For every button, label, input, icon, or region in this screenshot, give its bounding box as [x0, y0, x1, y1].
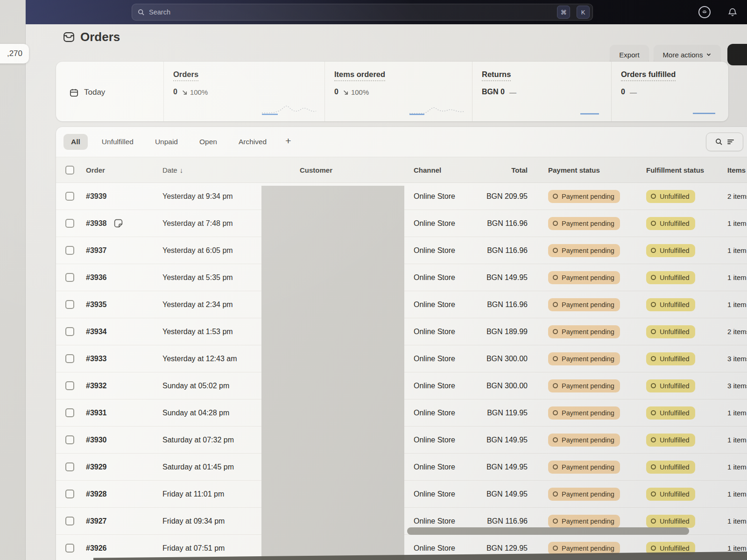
- row-checkbox[interactable]: [65, 354, 74, 363]
- order-number[interactable]: #3938: [86, 219, 107, 228]
- metric-delta: 100%: [190, 88, 208, 96]
- status-circle-icon: [553, 383, 558, 388]
- row-checkbox[interactable]: [65, 192, 74, 201]
- status-circle-icon: [651, 302, 656, 307]
- row-checkbox[interactable]: [65, 273, 74, 282]
- items-sparkline: [409, 97, 465, 117]
- order-date: Sunday at 04:28 pm: [162, 409, 229, 417]
- payment-status-badge: Payment pending: [548, 244, 620, 257]
- store-avatar[interactable]: [698, 6, 711, 18]
- order-total: BGN 300.00: [486, 355, 528, 363]
- order-items-count: 1 item: [727, 273, 747, 281]
- payment-status-badge: Payment pending: [548, 325, 620, 338]
- fulfillment-status-badge: Unfulfilled: [646, 298, 695, 311]
- metric-delta: —: [509, 88, 516, 96]
- order-channel: Online Store: [414, 246, 455, 254]
- order-items-count: 3 items: [727, 382, 747, 390]
- order-number[interactable]: #3936: [86, 273, 107, 282]
- row-checkbox[interactable]: [65, 219, 74, 228]
- metric-items-ordered[interactable]: Items ordered 0 100%: [324, 62, 472, 121]
- trend-down-icon: [182, 89, 188, 95]
- chevron-down-icon: [706, 52, 712, 57]
- order-number[interactable]: #3926: [86, 544, 107, 553]
- order-number[interactable]: #3935: [86, 301, 107, 309]
- status-circle-icon: [553, 546, 558, 551]
- status-circle-icon: [553, 248, 558, 253]
- column-fulfillment-status[interactable]: Fulfillment status: [640, 166, 719, 174]
- order-number[interactable]: #3927: [86, 517, 107, 525]
- tab-all[interactable]: All: [63, 134, 88, 150]
- row-checkbox[interactable]: [65, 300, 74, 309]
- column-order[interactable]: Order: [82, 166, 159, 174]
- fulfillment-status-label: Unfulfilled: [660, 355, 690, 363]
- global-search-input[interactable]: Search ⌘ K: [132, 4, 593, 21]
- column-date[interactable]: Date ↓: [159, 166, 280, 174]
- metric-delta: 100%: [351, 88, 369, 96]
- order-number[interactable]: #3932: [86, 382, 107, 390]
- column-payment-status[interactable]: Payment status: [531, 166, 640, 174]
- status-circle-icon: [553, 194, 558, 199]
- fulfillment-status-label: Unfulfilled: [660, 193, 690, 200]
- row-checkbox[interactable]: [65, 435, 74, 444]
- horizontal-scrollbar[interactable]: [407, 527, 689, 535]
- row-checkbox[interactable]: [65, 246, 74, 255]
- order-number[interactable]: #3929: [86, 463, 107, 471]
- search-icon: [715, 138, 723, 146]
- payment-status-badge: Payment pending: [548, 298, 620, 311]
- payment-status-label: Payment pending: [562, 355, 614, 363]
- row-checkbox[interactable]: [65, 381, 74, 390]
- order-total: BGN 209.95: [486, 192, 528, 200]
- order-number[interactable]: #3937: [86, 246, 107, 255]
- search-and-filter-button[interactable]: [706, 133, 743, 151]
- status-circle-icon: [553, 518, 558, 524]
- order-date: Saturday at 01:45 pm: [162, 463, 234, 471]
- tab-archived[interactable]: Archived: [231, 134, 274, 150]
- row-checkbox[interactable]: [65, 544, 74, 553]
- tab-open[interactable]: Open: [192, 134, 225, 150]
- fulfillment-status-badge: Unfulfilled: [646, 325, 695, 338]
- order-total: BGN 300.00: [486, 382, 528, 390]
- order-number[interactable]: #3934: [86, 328, 107, 336]
- order-number[interactable]: #3933: [86, 355, 107, 363]
- metric-orders-fulfilled[interactable]: Orders fulfilled 0 —: [611, 62, 728, 121]
- row-checkbox[interactable]: [65, 462, 74, 471]
- order-number[interactable]: #3931: [86, 409, 107, 417]
- order-number[interactable]: #3939: [86, 192, 107, 201]
- column-total[interactable]: Total: [472, 166, 531, 174]
- order-channel: Online Store: [414, 544, 455, 552]
- fulfillment-status-badge: Unfulfilled: [646, 217, 695, 230]
- date-range-selector[interactable]: Today: [56, 62, 163, 121]
- tab-unfulfilled[interactable]: Unfulfilled: [94, 134, 141, 150]
- column-items[interactable]: Items: [719, 166, 747, 174]
- row-checkbox[interactable]: [65, 408, 74, 417]
- select-all-checkbox[interactable]: [65, 166, 74, 175]
- orders-icon: [63, 31, 75, 43]
- order-total: BGN 149.95: [486, 490, 528, 498]
- metric-orders[interactable]: Orders 0 100%: [163, 62, 324, 121]
- background-window-badge: ,270: [0, 44, 29, 63]
- order-items-count: 1 item: [727, 301, 747, 308]
- fulfillment-status-label: Unfulfilled: [660, 247, 690, 254]
- order-channel: Online Store: [414, 328, 455, 336]
- order-number[interactable]: #3928: [86, 490, 107, 498]
- column-channel[interactable]: Channel: [405, 166, 472, 174]
- order-channel: Online Store: [414, 355, 455, 363]
- add-view-button[interactable]: +: [281, 134, 296, 149]
- create-order-button-clipped[interactable]: [727, 44, 747, 65]
- order-items-count: 1 item: [727, 463, 747, 471]
- order-date: Yesterday at 7:48 pm: [162, 219, 233, 228]
- fulfillment-status-badge: Unfulfilled: [646, 190, 695, 203]
- notifications-bell-icon[interactable]: [727, 7, 738, 17]
- order-date: Friday at 09:34 pm: [162, 517, 225, 525]
- metric-delta: —: [630, 88, 637, 96]
- order-number[interactable]: #3930: [86, 436, 107, 444]
- row-checkbox[interactable]: [65, 517, 74, 525]
- row-checkbox[interactable]: [65, 490, 74, 498]
- fulfillment-status-label: Unfulfilled: [660, 436, 690, 444]
- metric-returns[interactable]: Returns BGN 0 —: [472, 62, 611, 121]
- tab-unpaid[interactable]: Unpaid: [148, 134, 185, 150]
- status-circle-icon: [553, 302, 558, 307]
- column-customer[interactable]: Customer: [280, 166, 405, 174]
- order-total: BGN 116.96: [487, 517, 528, 525]
- row-checkbox[interactable]: [65, 327, 74, 336]
